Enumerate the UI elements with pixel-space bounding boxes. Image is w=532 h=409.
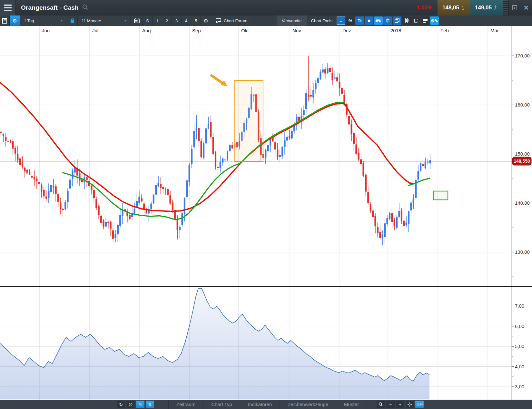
svg-text:Aug: Aug: [142, 28, 151, 33]
buy-price-value: 149,05: [475, 5, 492, 11]
period-quick-buttons: S12345: [143, 15, 201, 26]
price-down-arrow-icon: [461, 5, 465, 10]
shape-tool-icon[interactable]: [411, 16, 420, 25]
price-up-arrow-icon: [493, 5, 498, 10]
zoom-out-button[interactable]: −: [386, 401, 395, 408]
svg-text:Nov: Nov: [292, 28, 301, 33]
window-drag-grip[interactable]: [503, 0, 509, 15]
quick-period-1[interactable]: 1: [153, 15, 162, 26]
svg-text:7,00: 7,00: [515, 303, 524, 309]
instrument-title: Orangensaft - Cash: [21, 4, 79, 11]
ma-red-line: [0, 82, 414, 211]
svg-text:140,00: 140,00: [515, 200, 530, 206]
refresh-icon[interactable]: ↻: [117, 401, 125, 408]
close-button[interactable]: ✕: [520, 0, 532, 15]
windows-icon[interactable]: [393, 16, 401, 25]
orange-highlight-box: [235, 80, 263, 162]
values-toggle-button[interactable]: 1234: [415, 401, 424, 408]
popout-window-button[interactable]: [509, 0, 520, 15]
svg-text:2018: 2018: [390, 28, 401, 33]
quick-period-2[interactable]: 2: [162, 15, 172, 26]
svg-text:Feb: Feb: [440, 28, 449, 33]
svg-text:Dez: Dez: [342, 28, 351, 33]
svg-text:130,00: 130,00: [515, 249, 530, 255]
disable-drawing-icon[interactable]: ∅: [126, 401, 135, 408]
sort-updown-icon[interactable]: ⇅: [146, 401, 154, 408]
interval-dropdown[interactable]: 1 Tag ▼: [20, 15, 67, 26]
chart-toolbar: ⚙ 1 Tag ▼ 11 Monate ▼ S12345 ⚙ Chart For…: [0, 15, 532, 26]
menu-chart-typ[interactable]: Chart Typ: [203, 400, 240, 409]
chart-forum-button[interactable]: Chart Forum: [211, 15, 252, 26]
current-price-badge: 148,550: [512, 157, 531, 165]
minus-icon: −: [389, 402, 392, 407]
svg-text:Jun: Jun: [42, 28, 50, 33]
orange-arrow: [212, 76, 224, 84]
sell-price-button[interactable]: 148,05: [438, 0, 470, 15]
chart-tool-buttons: ←%Tt##✎⚙✎: [336, 15, 439, 26]
grid-icon[interactable]: #: [365, 16, 373, 25]
chevron-down-icon: ▼: [60, 19, 63, 22]
pencil-icon[interactable]: ✎: [136, 401, 144, 408]
svg-text:170,00: 170,00: [515, 53, 530, 58]
menu-zeichenwerkzeuge[interactable]: Zeichenwerkzeuge: [280, 400, 336, 409]
quick-period-5[interactable]: 5: [191, 15, 201, 26]
interval-value: 1 Tag: [24, 18, 34, 23]
zoom-magnifier-icon[interactable]: [377, 401, 385, 408]
quick-period-s[interactable]: S: [143, 15, 153, 26]
news-list-icon[interactable]: [0, 15, 10, 26]
chat-bubble-icon: [216, 18, 221, 23]
chart-canvas[interactable]: 170,00160,00150,00140,00130,007,006,005,…: [0, 26, 532, 400]
chart-tools-label: Chart-Tools: [307, 15, 336, 26]
plus-icon: +: [399, 402, 401, 407]
bottom-menu: ZeitraumChart TypIndikatorenZeichenwerkz…: [168, 400, 367, 409]
hamburger-menu-button[interactable]: [0, 0, 16, 15]
grid-draw-icon[interactable]: #✎: [374, 16, 383, 25]
title-bar: Orangensaft - Cash -1,03% 148,05 149,05 …: [0, 0, 532, 15]
svg-text:Sep: Sep: [192, 28, 201, 33]
gear-edit-icon[interactable]: ⚙✎: [430, 16, 439, 25]
range-value: 11 Monate: [82, 18, 101, 23]
crosshair-icon[interactable]: [406, 401, 414, 408]
svg-text:3,00: 3,00: [515, 384, 524, 389]
chart-forum-label: Chart Forum: [224, 18, 247, 23]
verwandte-label: Verwandte: [282, 18, 301, 23]
zoom-in-button[interactable]: +: [396, 401, 404, 408]
sell-price-value: 148,05: [442, 5, 459, 11]
layout-rows-icon[interactable]: [421, 16, 429, 25]
svg-text:5,00: 5,00: [515, 343, 524, 349]
back-arrow-icon[interactable]: ←: [337, 16, 345, 25]
range-dropdown[interactable]: 11 Monate ▼: [78, 15, 131, 26]
lock-icon[interactable]: [67, 15, 78, 26]
compare-candles-icon[interactable]: [402, 16, 411, 25]
menu-indikatoren[interactable]: Indikatoren: [240, 400, 280, 409]
green-target-box: [433, 191, 448, 200]
candlestick-icon[interactable]: [383, 16, 392, 25]
text-tool-icon[interactable]: Tt: [355, 16, 364, 25]
buy-price-button[interactable]: 149,05: [470, 0, 503, 15]
calendar-icon[interactable]: [131, 15, 143, 26]
percent-icon[interactable]: %: [346, 16, 355, 25]
svg-text:6,00: 6,00: [515, 323, 524, 329]
change-percent: -1,03%: [415, 5, 432, 11]
bottom-toolbar: ↻∅✎⇅ ZeitraumChart TypIndikatorenZeichen…: [0, 400, 532, 409]
chevron-down-icon: ▼: [124, 19, 127, 22]
gear-icon[interactable]: ⚙: [201, 15, 211, 26]
menu-muster[interactable]: Muster: [336, 400, 367, 409]
settings-gear-icon[interactable]: ⚙: [10, 15, 20, 26]
verwandte-button[interactable]: Verwandte: [277, 15, 307, 26]
values-badge-label: 1234: [416, 403, 423, 406]
svg-text:160,00: 160,00: [515, 102, 530, 107]
quick-period-4[interactable]: 4: [182, 15, 191, 26]
svg-text:4,00: 4,00: [515, 364, 524, 369]
candles-layer: [0, 56, 431, 245]
svg-text:148,550: 148,550: [514, 158, 530, 164]
svg-text:Jul: Jul: [92, 28, 98, 33]
ma-green-tail: [409, 178, 429, 185]
search-icon[interactable]: [82, 4, 88, 12]
svg-text:Mär: Mär: [490, 28, 499, 33]
svg-text:150,00: 150,00: [515, 151, 530, 157]
menu-zeitraum[interactable]: Zeitraum: [168, 400, 203, 409]
svg-text:Okt: Okt: [241, 28, 249, 33]
annotations-layer: [212, 76, 448, 200]
quick-period-3[interactable]: 3: [172, 15, 182, 26]
